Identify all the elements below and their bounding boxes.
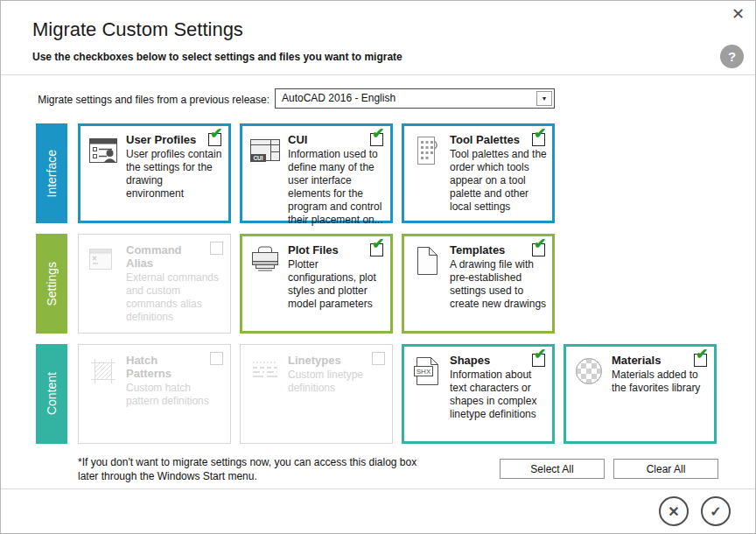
checkbox-user-profiles[interactable]: ✔ — [208, 133, 221, 146]
plot-files-icon — [248, 243, 283, 278]
release-label: Migrate settings and files from a previo… — [1, 94, 270, 106]
card-title: Templates — [450, 243, 529, 256]
materials-icon — [571, 354, 606, 389]
card-hatch-patterns[interactable]: ✔ Hatch Patterns Custom hatch p — [78, 344, 231, 444]
shapes-icon: SHX — [410, 354, 444, 389]
release-select-value: AutoCAD 2016 - English — [282, 89, 396, 107]
card-title: Tool Palettes — [450, 133, 529, 146]
check-icon: ✔ — [372, 236, 384, 251]
category-interface-label: Interface — [45, 150, 59, 197]
checkbox-hatch-patterns[interactable]: ✔ — [210, 352, 223, 365]
checkbox-cui[interactable]: ✔ — [370, 133, 383, 146]
command-alias-icon — [86, 243, 121, 278]
card-user-profiles[interactable]: ✔ User Profiles User profiles contain th… — [78, 123, 231, 223]
checkbox-tool-palettes[interactable]: ✔ — [532, 133, 545, 146]
select-all-button[interactable]: Select All — [500, 459, 605, 479]
check-icon: ✔ — [696, 347, 708, 362]
migrate-custom-settings-dialog: ✕ Migrate Custom Settings Use the checkb… — [0, 0, 756, 534]
help-button[interactable]: ? — [720, 45, 744, 68]
category-content: Content — [36, 344, 67, 444]
close-button[interactable]: ✕ — [732, 6, 745, 22]
templates-icon — [410, 243, 444, 278]
release-select[interactable]: AutoCAD 2016 - English ▼ — [275, 88, 555, 109]
card-title: Hatch Patterns — [126, 354, 206, 380]
card-description: Information used to define many of the u… — [288, 148, 385, 227]
card-title: Plot Files — [288, 243, 368, 256]
confirm-button[interactable]: ✓ — [701, 496, 731, 526]
card-description: A drawing file with pre-established sett… — [450, 258, 547, 311]
card-tool-palettes[interactable]: ✔ Tool Palettes Tool palettes and the or… — [402, 123, 555, 223]
checkbox-materials[interactable]: ✔ — [694, 354, 707, 367]
tool-palettes-icon — [410, 133, 444, 168]
card-description: User profiles contain the settings for t… — [126, 148, 223, 200]
confirm-icon: ✓ — [710, 503, 721, 520]
user-profiles-icon — [86, 133, 121, 168]
cancel-icon: ✕ — [668, 503, 679, 520]
card-description: Custom linetype definitions — [288, 369, 385, 395]
cui-icon: CUI — [248, 133, 283, 168]
checkbox-linetypes[interactable]: ✔ — [372, 352, 385, 365]
checkbox-shapes[interactable]: ✔ — [532, 354, 545, 367]
card-command-alias[interactable]: ✔ Command Alias External commands and cu… — [78, 234, 231, 334]
card-description: Custom hatch pattern definitions — [126, 382, 223, 408]
card-shapes[interactable]: ✔ SHX Shapes Information about text char… — [402, 344, 555, 444]
page-subtitle: Use the checkboxes below to select setti… — [32, 51, 402, 63]
card-templates[interactable]: ✔ Templates A drawing file with pre-esta… — [402, 234, 555, 334]
card-description: Plotter configurations, plot styles and … — [288, 258, 385, 311]
clear-all-button[interactable]: Clear All — [613, 459, 718, 479]
card-title: CUI — [288, 133, 368, 146]
check-icon: ✔ — [534, 236, 546, 251]
hatch-patterns-icon — [86, 354, 121, 389]
category-settings-label: Settings — [45, 262, 59, 306]
cancel-button[interactable]: ✕ — [659, 496, 689, 526]
card-title: Materials — [612, 354, 691, 367]
checkbox-plot-files[interactable]: ✔ — [370, 243, 383, 256]
svg-text:SHX: SHX — [416, 368, 431, 376]
linetypes-icon — [248, 354, 283, 389]
card-plot-files[interactable]: ✔ Plot Files Plotter configurations, plo… — [240, 234, 393, 334]
category-content-label: Content — [45, 372, 59, 415]
card-title: Shapes — [450, 354, 529, 367]
category-settings: Settings — [36, 234, 67, 334]
card-description: Tool palettes and the order which tools … — [450, 148, 547, 214]
check-icon: ✔ — [372, 126, 384, 141]
footer-divider — [1, 488, 755, 489]
svg-text:CUI: CUI — [253, 155, 262, 161]
chevron-down-icon[interactable]: ▼ — [536, 91, 552, 106]
card-cui[interactable]: ✔ CUI CUI Information used to define man… — [240, 123, 393, 223]
check-icon: ✔ — [210, 126, 222, 141]
card-description: Information about text characters or sha… — [450, 369, 547, 421]
card-materials[interactable]: ✔ Materials Materials added to the favor… — [564, 344, 717, 444]
checkbox-command-alias[interactable]: ✔ — [210, 242, 223, 255]
card-linetypes[interactable]: ✔ Linetypes Custom linetype definitions — [240, 344, 393, 444]
category-interface: Interface — [36, 123, 67, 223]
card-description: External commands and custom commands al… — [126, 271, 223, 324]
card-title: Linetypes — [288, 354, 368, 367]
checkbox-templates[interactable]: ✔ — [532, 243, 545, 256]
footer-note: *If you don't want to migrate settings n… — [78, 455, 416, 483]
header-divider — [1, 74, 755, 75]
card-title: Command Alias — [126, 243, 206, 270]
card-description: Materials added to the favorites library — [612, 369, 709, 395]
card-title: User Profiles — [126, 133, 206, 146]
check-icon: ✔ — [534, 347, 546, 362]
close-icon: ✕ — [732, 5, 745, 23]
check-icon: ✔ — [534, 126, 546, 141]
help-icon: ? — [728, 49, 736, 64]
page-title: Migrate Custom Settings — [32, 18, 243, 41]
